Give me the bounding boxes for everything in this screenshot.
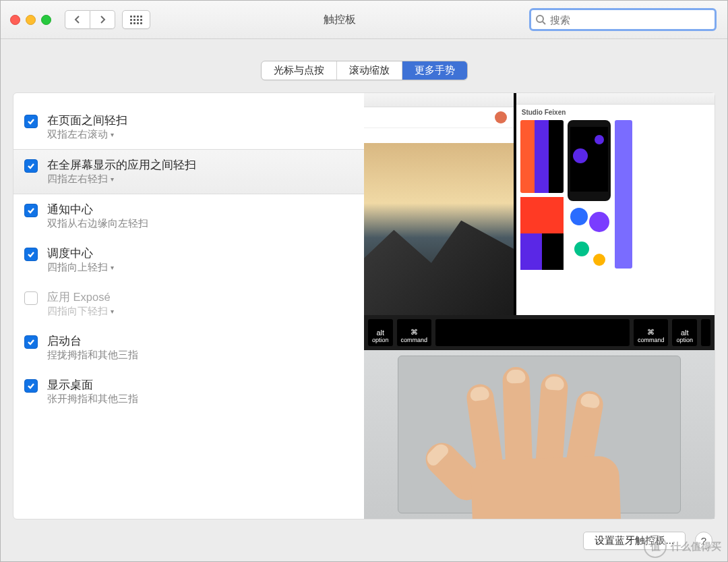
option-title: 应用 Exposé (47, 290, 114, 305)
svg-point-0 (537, 16, 543, 22)
option-title: 在全屏幕显示的应用之间轻扫 (47, 158, 196, 173)
close-button[interactable] (10, 15, 20, 25)
option-launchpad[interactable]: 启动台 捏拢拇指和其他三指 (13, 326, 364, 370)
search-field[interactable] (529, 8, 717, 31)
preferences-window: 触控板 光标与点按 滚动缩放 更多手势 在页面之间轻扫 双指左右滚动▾ 在全屏幕… (0, 0, 728, 562)
option-title: 在页面之间轻扫 (47, 113, 127, 128)
option-sub: 双指从右边缘向左轻扫 (47, 217, 148, 230)
chevron-down-icon: ▾ (111, 308, 114, 315)
option-sub: 张开拇指和其他三指 (47, 393, 138, 405)
option-sub-dropdown[interactable]: 四指向上轻扫▾ (47, 261, 114, 274)
checkbox-swipe-fullscreen[interactable] (24, 159, 38, 173)
option-title: 调度中心 (47, 246, 114, 261)
checkbox-mission-control[interactable] (24, 248, 38, 261)
preview-app-left (364, 93, 516, 315)
key-command-left: ⌘command (397, 319, 432, 346)
preview-app-right: Studio Feixen (516, 93, 715, 315)
option-show-desktop[interactable]: 显示桌面 张开拇指和其他三指 (13, 370, 364, 414)
key-command-right: ⌘command (634, 319, 669, 346)
search-icon (535, 14, 546, 25)
checkbox-show-desktop[interactable] (24, 379, 38, 393)
key-space (435, 319, 630, 346)
nav-group (65, 10, 115, 29)
chevron-right-icon (99, 15, 106, 24)
footer: 设置蓝牙触控板... ? (1, 519, 727, 561)
checkbox-notification-center[interactable] (24, 204, 38, 217)
tab-more-gestures[interactable]: 更多手势 (402, 61, 467, 80)
chevron-left-icon (74, 15, 81, 24)
bluetooth-trackpad-button[interactable]: 设置蓝牙触控板... (583, 532, 686, 550)
option-app-expose[interactable]: 应用 Exposé 四指向下轻扫▾ (13, 282, 364, 326)
preview-screen: Studio Feixen (364, 93, 715, 315)
forward-button[interactable] (90, 10, 115, 29)
gesture-preview: Studio Feixen (364, 93, 715, 519)
option-notification-center[interactable]: 通知中心 双指从右边缘向左轻扫 (13, 194, 364, 238)
option-sub-dropdown[interactable]: 双指左右滚动▾ (47, 128, 127, 141)
key-edge (701, 319, 710, 346)
chevron-down-icon: ▾ (111, 131, 114, 138)
chevron-down-icon: ▾ (111, 264, 114, 271)
tab-point-click[interactable]: 光标与点按 (262, 61, 337, 80)
option-swipe-pages[interactable]: 在页面之间轻扫 双指左右滚动▾ (13, 105, 364, 149)
search-input[interactable] (549, 13, 710, 26)
preview-trackpad (364, 350, 715, 519)
content-pane: 在页面之间轻扫 双指左右滚动▾ 在全屏幕显示的应用之间轻扫 四指左右轻扫▾ 通知… (13, 92, 715, 519)
toolbar: 触控板 (1, 1, 727, 39)
window-controls (10, 15, 51, 25)
show-all-button[interactable] (122, 10, 150, 29)
option-sub-dropdown[interactable]: 四指向下轻扫▾ (47, 305, 114, 318)
key-option-left: altoption (368, 319, 393, 346)
tab-scroll-zoom[interactable]: 滚动缩放 (337, 61, 402, 80)
key-option-right: altoption (672, 319, 697, 346)
back-button[interactable] (65, 10, 90, 29)
svg-line-1 (543, 22, 545, 24)
chevron-down-icon: ▾ (111, 175, 114, 183)
minimize-button[interactable] (26, 15, 36, 25)
preview-keyboard: altoption ⌘command ⌘command altoption (364, 315, 715, 350)
checkbox-app-expose[interactable] (24, 291, 38, 305)
option-sub: 捏拢拇指和其他三指 (47, 349, 138, 362)
option-title: 显示桌面 (47, 378, 138, 393)
option-swipe-fullscreen[interactable]: 在全屏幕显示的应用之间轻扫 四指左右轻扫▾ (13, 149, 398, 194)
option-sub-dropdown[interactable]: 四指左右轻扫▾ (47, 173, 196, 186)
tab-bar: 光标与点按 滚动缩放 更多手势 (261, 61, 468, 80)
hand-icon (404, 377, 634, 519)
window-title: 触控板 (157, 13, 522, 27)
avatar-icon (495, 111, 507, 123)
gesture-options: 在页面之间轻扫 双指左右滚动▾ 在全屏幕显示的应用之间轻扫 四指左右轻扫▾ 通知… (13, 93, 364, 519)
checkbox-launchpad[interactable] (24, 335, 38, 349)
help-button[interactable]: ? (695, 532, 712, 549)
option-mission-control[interactable]: 调度中心 四指向上轻扫▾ (13, 238, 364, 282)
option-title: 通知中心 (47, 202, 148, 217)
grid-icon (130, 16, 142, 24)
zoom-button[interactable] (41, 15, 51, 25)
option-title: 启动台 (47, 334, 138, 349)
preview-site-title: Studio Feixen (522, 109, 710, 116)
checkbox-swipe-pages[interactable] (24, 115, 38, 128)
